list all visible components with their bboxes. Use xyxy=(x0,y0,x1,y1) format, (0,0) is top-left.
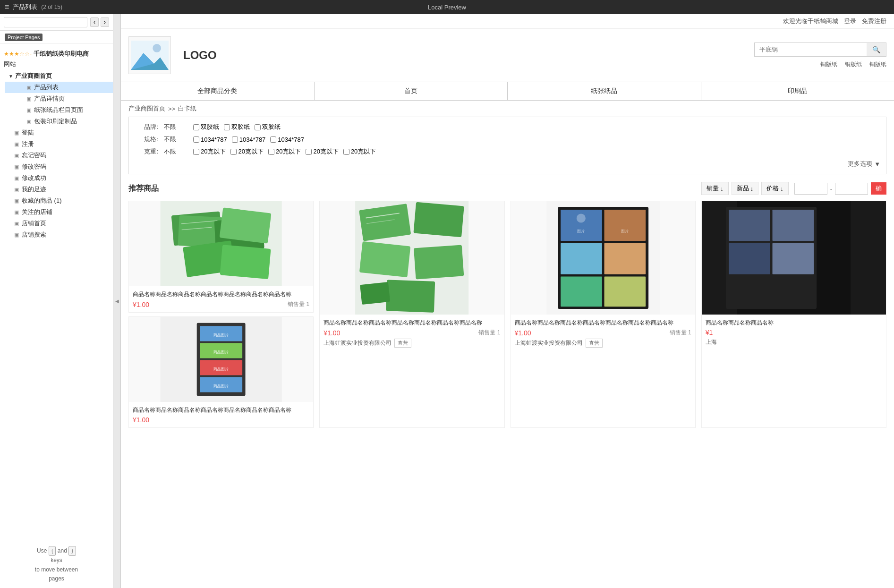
sidebar-item-change-success[interactable]: ▣ 修改成功 xyxy=(0,172,113,184)
product-card[interactable]: 商品名称商品名称商品名称 ¥1 上海 xyxy=(701,201,886,428)
sort-new-label: 新品 xyxy=(737,184,749,193)
project-pages-badge: Project Pages xyxy=(5,34,43,41)
svg-text:商品图片: 商品图片 xyxy=(213,367,229,371)
footer-pages-text: pages xyxy=(49,575,64,582)
tab-title: 产品列表 xyxy=(13,3,37,11)
item-label: 收藏的商品 (1) xyxy=(22,196,62,205)
price-min-input[interactable] xyxy=(794,183,827,195)
sidebar-item-login[interactable]: ▣ 登陆 xyxy=(0,127,113,138)
nav-home[interactable]: 首页 xyxy=(315,82,508,100)
product-meta: ¥1.00 销售量 1 xyxy=(324,329,500,337)
quick-link-2[interactable]: 铜版纸 xyxy=(845,60,862,68)
svg-rect-27 xyxy=(414,245,464,279)
product-meta: ¥1.00 销售量 1 xyxy=(133,300,309,308)
sidebar-item-footprints[interactable]: ▣ 我的足迹 xyxy=(0,184,113,195)
weight-default[interactable]: 不限 xyxy=(164,147,187,156)
brand-default[interactable]: 不限 xyxy=(164,123,187,131)
sidebar-nav-buttons: ‹ › xyxy=(90,17,109,27)
product-card[interactable]: 图片 图片 商品名称商品名称商品名称商品名称商品名称商品名称商品名称 ¥1.00… xyxy=(511,201,696,428)
parent-label: 产业商圈首页 xyxy=(15,72,52,80)
page-icon: ▣ xyxy=(14,164,19,170)
product-card[interactable]: 商品名称商品名称商品名称商品名称商品名称商品名称商品名称 ¥1.00 销售量 1… xyxy=(319,201,504,428)
price-max-input[interactable] xyxy=(835,183,868,195)
weight-opt-3[interactable]: 20克以下 xyxy=(268,147,301,156)
svg-rect-28 xyxy=(386,280,435,313)
product-card[interactable]: 商品名称商品名称商品名称商品名称商品名称商品名称商品名称 ¥1.00 销售量 1 xyxy=(128,201,314,313)
weight-opt-1[interactable]: 20克以下 xyxy=(193,147,226,156)
site-topbar: 欢迎光临千纸鹤商城 登录 免费注册 xyxy=(121,14,894,29)
login-link[interactable]: 登录 xyxy=(844,17,856,26)
more-options-button[interactable]: 更多选项 ▼ xyxy=(848,160,880,168)
seller-name: 上海虹渡实业投资有限公司 xyxy=(515,339,583,347)
search-button[interactable]: 🔍 xyxy=(867,43,886,56)
direct-sale-button[interactable]: 直营 xyxy=(394,339,411,348)
page-icon: ▣ xyxy=(14,153,19,159)
register-link[interactable]: 免费注册 xyxy=(862,17,886,26)
more-options-label: 更多选项 xyxy=(848,160,872,168)
site-branding: LOGO 🔍 铜版纸 铜版纸 铜版纸 xyxy=(121,29,894,82)
sidebar-item-followed-stores[interactable]: ▣ 关注的店铺 xyxy=(0,206,113,218)
price-confirm-button[interactable]: 确 xyxy=(871,182,886,195)
sidebar-item-forgot-pw[interactable]: ▣ 忘记密码 xyxy=(0,150,113,161)
right-key-badge: } xyxy=(68,546,76,556)
sidebar-item-change-pw[interactable]: ▣ 修改密码 xyxy=(0,161,113,172)
sidebar-collapse-button[interactable]: ◀ xyxy=(113,14,121,588)
sidebar-item-paper-category[interactable]: ▣ 纸张纸品栏目页面 xyxy=(5,104,113,116)
product-info: 商品名称商品名称商品名称商品名称商品名称商品名称商品名称 ¥1.00 xyxy=(129,402,313,427)
sort-price-button[interactable]: 价格 ↓ xyxy=(761,182,789,195)
seller-name: 上海虹渡实业投资有限公司 xyxy=(324,339,392,347)
spec-opt-3[interactable]: 1034*787 xyxy=(270,136,304,143)
page-icon: ▣ xyxy=(14,198,19,204)
spec-opt-1[interactable]: 1034*787 xyxy=(193,136,227,143)
nav-printing[interactable]: 印刷品 xyxy=(701,82,894,100)
breadcrumb-home[interactable]: 产业商圈首页 xyxy=(128,104,165,113)
footer-keys-text: keys xyxy=(51,557,62,563)
sidebar-item-product-list[interactable]: ▣ 产品列表 xyxy=(5,82,113,93)
spec-options: 1034*787 1034*787 1034*787 xyxy=(193,136,304,143)
tree-parent-label[interactable]: ▼ 产业商圈首页 xyxy=(5,70,113,82)
quick-link-3[interactable]: 铜版纸 xyxy=(869,60,886,68)
brand-opt-1[interactable]: 双胶纸 xyxy=(193,123,219,131)
product-card[interactable]: 商品图片 商品图片 商品图片 商品图片 商品名称商品名称商品名称商品名称商品名称… xyxy=(128,316,314,428)
sidebar-item-favorites[interactable]: ▣ 收藏的商品 (1) xyxy=(0,195,113,206)
product-image: 图片 图片 xyxy=(511,201,695,315)
page-icon: ▣ xyxy=(14,209,19,215)
direct-sale-button[interactable]: 直营 xyxy=(586,339,603,348)
nav-paper[interactable]: 纸张纸品 xyxy=(508,82,701,100)
quick-link-1[interactable]: 铜版纸 xyxy=(820,60,837,68)
sort-sales-button[interactable]: 销量 ↓ xyxy=(701,182,729,195)
sort-new-button[interactable]: 新品 ↓ xyxy=(732,182,759,195)
brand-opt-3[interactable]: 双胶纸 xyxy=(255,123,281,131)
page-icon: ▣ xyxy=(14,221,19,227)
weight-opt-5[interactable]: 20克以下 xyxy=(343,147,376,156)
site-search-input[interactable] xyxy=(755,43,867,56)
project-name-line2: 网站 xyxy=(0,60,113,70)
next-page-button[interactable]: › xyxy=(101,17,109,27)
sort-price-label: 价格 xyxy=(766,184,779,193)
spec-default[interactable]: 不限 xyxy=(164,135,187,144)
tab-count: (2 of 15) xyxy=(41,4,62,10)
brand-opt-2[interactable]: 双胶纸 xyxy=(224,123,250,131)
filter-section: 品牌: 不限 双胶纸 双胶纸 双胶纸 规格: 不限 1034*787 1034*… xyxy=(128,117,886,174)
sidebar-item-register[interactable]: ▣ 注册 xyxy=(0,138,113,150)
footer-move-text: to move between xyxy=(35,566,78,573)
brand-options: 双胶纸 双胶纸 双胶纸 xyxy=(193,123,281,131)
item-label: 注册 xyxy=(22,140,34,148)
search-input[interactable] xyxy=(4,17,87,27)
prev-page-button[interactable]: ‹ xyxy=(90,17,99,27)
weight-opt-4[interactable]: 20克以下 xyxy=(306,147,338,156)
sidebar-item-packaging[interactable]: ▣ 包装印刷定制品 xyxy=(5,116,113,127)
sidebar-item-store-search[interactable]: ▣ 店铺搜索 xyxy=(0,229,113,240)
svg-rect-10 xyxy=(220,245,271,279)
nav-all-categories[interactable]: 全部商品分类 xyxy=(121,82,315,100)
spec-opt-2[interactable]: 1034*787 xyxy=(232,136,266,143)
sidebar-item-store-home[interactable]: ▣ 店铺首页 xyxy=(0,218,113,229)
page-icon: ▣ xyxy=(26,107,31,113)
product-name: 商品名称商品名称商品名称 xyxy=(706,318,882,327)
stars-rating: ★★★☆☆- xyxy=(4,51,32,57)
product-column-1: 商品名称商品名称商品名称商品名称商品名称商品名称商品名称 ¥1.00 销售量 1 xyxy=(128,201,314,428)
weight-opt-2[interactable]: 20克以下 xyxy=(230,147,263,156)
sort-new-icon: ↓ xyxy=(750,185,754,192)
svg-rect-48 xyxy=(772,243,814,274)
sidebar-item-product-detail[interactable]: ▣ 产品详情页 xyxy=(5,93,113,104)
